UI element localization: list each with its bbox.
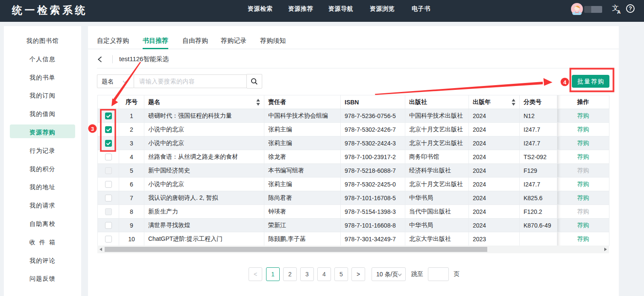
svg-text:A: A	[617, 9, 621, 14]
